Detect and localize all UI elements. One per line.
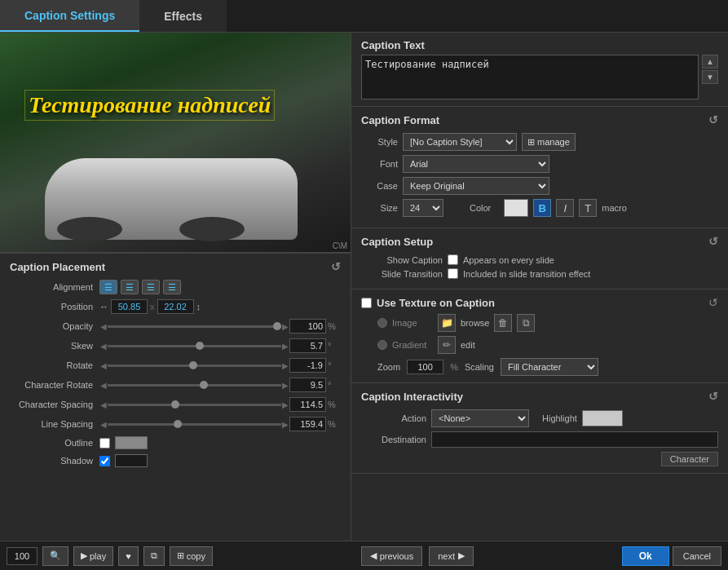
skew-slider[interactable] bbox=[108, 345, 281, 347]
show-caption-checkbox[interactable] bbox=[448, 254, 458, 265]
preview-caption: Тестирование надписей bbox=[24, 90, 275, 121]
align-center-btn[interactable]: ☰ bbox=[121, 280, 139, 294]
previous-button[interactable]: ◀ previous bbox=[361, 546, 423, 566]
position-y-input[interactable] bbox=[157, 299, 194, 314]
character-rotate-slider[interactable] bbox=[108, 384, 281, 387]
tab-effects[interactable]: Effects bbox=[139, 0, 227, 32]
character-spacing-value[interactable] bbox=[289, 397, 326, 412]
bold-button[interactable]: B bbox=[533, 199, 551, 217]
image-radio[interactable] bbox=[377, 318, 387, 328]
preview-background: Тестирование надписей C\M bbox=[0, 33, 351, 252]
opacity-right-arrow[interactable]: ▶ bbox=[281, 322, 289, 331]
italic-button[interactable]: I bbox=[556, 199, 574, 217]
next-button[interactable]: next ▶ bbox=[429, 546, 474, 566]
skew-right-arrow[interactable]: ▶ bbox=[281, 342, 289, 351]
delete-image-btn[interactable]: 🗑 bbox=[494, 314, 512, 332]
save-button[interactable]: ♥ bbox=[118, 546, 139, 566]
zoom-value-input[interactable] bbox=[7, 547, 38, 565]
character-rotate-slider-container: ◀ ▶ bbox=[99, 381, 289, 390]
texture-reset[interactable]: ↺ bbox=[708, 296, 718, 309]
skew-row: Skew ◀ ▶ ° bbox=[10, 338, 341, 353]
shadow-checkbox[interactable] bbox=[99, 456, 110, 466]
window-button[interactable]: ⧉ bbox=[143, 546, 165, 566]
char-spacing-right-arrow[interactable]: ▶ bbox=[281, 400, 289, 409]
rotate-right-arrow[interactable]: ▶ bbox=[281, 361, 289, 370]
heart-icon: ♥ bbox=[126, 551, 131, 561]
bottom-right-controls: Ok Cancel bbox=[622, 546, 721, 566]
line-spacing-label: Line Spacing bbox=[10, 419, 99, 429]
browse-icon-btn[interactable]: 📁 bbox=[438, 314, 456, 332]
character-spacing-slider[interactable] bbox=[108, 404, 281, 406]
outline-checkbox[interactable] bbox=[99, 438, 110, 448]
color-swatch[interactable] bbox=[504, 199, 528, 217]
shadow-color-swatch[interactable] bbox=[115, 454, 148, 467]
texture-title-group: Use Texture on Caption bbox=[361, 297, 495, 309]
character-badge[interactable]: Character bbox=[661, 452, 718, 466]
play-button[interactable]: ▶ play bbox=[73, 546, 113, 566]
interactivity-section: Caption Interactivity ↺ Action <None> Hi… bbox=[351, 383, 728, 474]
opacity-slider[interactable] bbox=[108, 325, 281, 328]
align-justify-btn[interactable]: ☰ bbox=[163, 280, 181, 294]
char-rotate-left-arrow[interactable]: ◀ bbox=[99, 381, 108, 390]
caption-setup-title: Caption Setup bbox=[361, 236, 433, 248]
edit-label[interactable]: edit bbox=[461, 340, 475, 350]
line-spacing-left-arrow[interactable]: ◀ bbox=[99, 420, 108, 429]
preview-area: Тестирование надписей C\M bbox=[0, 33, 351, 253]
highlight-swatch[interactable] bbox=[582, 410, 623, 426]
caption-text-scroll-up[interactable]: ▲ bbox=[702, 55, 718, 68]
line-spacing-right-arrow[interactable]: ▶ bbox=[281, 420, 289, 429]
ok-button[interactable]: Ok bbox=[622, 546, 669, 566]
skew-value[interactable] bbox=[289, 338, 326, 353]
gradient-radio[interactable] bbox=[377, 340, 387, 350]
caption-setup-reset[interactable]: ↺ bbox=[708, 235, 718, 248]
outline-label: Outline bbox=[10, 438, 99, 448]
action-select[interactable]: <None> bbox=[431, 409, 529, 427]
opacity-left-arrow[interactable]: ◀ bbox=[99, 322, 108, 331]
rotate-slider[interactable] bbox=[108, 365, 281, 367]
interactivity-reset[interactable]: ↺ bbox=[708, 390, 718, 403]
font-select[interactable]: Arial bbox=[403, 155, 549, 173]
caption-text-scroll-down[interactable]: ▼ bbox=[702, 70, 718, 84]
zoom-input[interactable] bbox=[407, 360, 443, 374]
tab-caption-settings[interactable]: Caption Settings bbox=[0, 0, 139, 32]
line-spacing-slider[interactable] bbox=[108, 423, 281, 426]
character-rotate-value[interactable] bbox=[289, 378, 326, 392]
caption-placement-reset[interactable]: ↺ bbox=[331, 260, 341, 273]
next-arrow-icon: ▶ bbox=[458, 550, 465, 561]
prev-arrow-icon: ◀ bbox=[370, 550, 377, 561]
slide-transition-checkbox[interactable] bbox=[448, 268, 458, 279]
zoom-search-button[interactable]: 🔍 bbox=[42, 546, 68, 566]
scaling-select[interactable]: Fill Character bbox=[501, 358, 598, 376]
outline-color-swatch[interactable] bbox=[115, 436, 148, 449]
manage-button[interactable]: ⊞ manage bbox=[522, 133, 576, 151]
caption-format-reset[interactable]: ↺ bbox=[708, 113, 718, 126]
cancel-button[interactable]: Cancel bbox=[673, 546, 721, 566]
character-spacing-label: Character Spacing bbox=[10, 400, 99, 409]
image-label: Image bbox=[392, 318, 433, 328]
destination-input[interactable] bbox=[431, 431, 718, 448]
copy-image-btn[interactable]: ⧉ bbox=[517, 314, 535, 332]
align-left-btn[interactable]: ☰ bbox=[99, 280, 117, 294]
rotate-left-arrow[interactable]: ◀ bbox=[99, 361, 108, 370]
texture-section: Use Texture on Caption ↺ Image 📁 browse … bbox=[351, 289, 728, 383]
align-right-btn[interactable]: ☰ bbox=[142, 280, 160, 294]
line-spacing-value[interactable] bbox=[289, 417, 326, 431]
char-spacing-left-arrow[interactable]: ◀ bbox=[99, 400, 108, 409]
char-rotate-right-arrow[interactable]: ▶ bbox=[281, 381, 289, 390]
rotate-value[interactable] bbox=[289, 358, 326, 373]
texture-checkbox[interactable] bbox=[361, 298, 372, 308]
case-select[interactable]: Keep Original bbox=[403, 177, 549, 195]
caption-text-input[interactable]: Тестирование надписей bbox=[361, 55, 699, 99]
opacity-value[interactable] bbox=[289, 319, 326, 334]
browse-label[interactable]: browse bbox=[461, 318, 489, 328]
style-select[interactable]: [No Caption Style] bbox=[403, 133, 517, 151]
macro-label[interactable]: macro bbox=[602, 203, 627, 213]
position-x-input[interactable] bbox=[111, 299, 148, 314]
text-style-button[interactable]: T bbox=[579, 199, 597, 217]
edit-gradient-btn[interactable]: ✏ bbox=[438, 336, 456, 354]
copy-button[interactable]: ⊞ copy bbox=[170, 546, 213, 566]
skew-left-arrow[interactable]: ◀ bbox=[99, 342, 108, 351]
size-select[interactable]: 24 bbox=[403, 199, 443, 217]
character-spacing-unit: % bbox=[328, 400, 341, 409]
show-caption-text: Appears on every slide bbox=[463, 255, 554, 265]
